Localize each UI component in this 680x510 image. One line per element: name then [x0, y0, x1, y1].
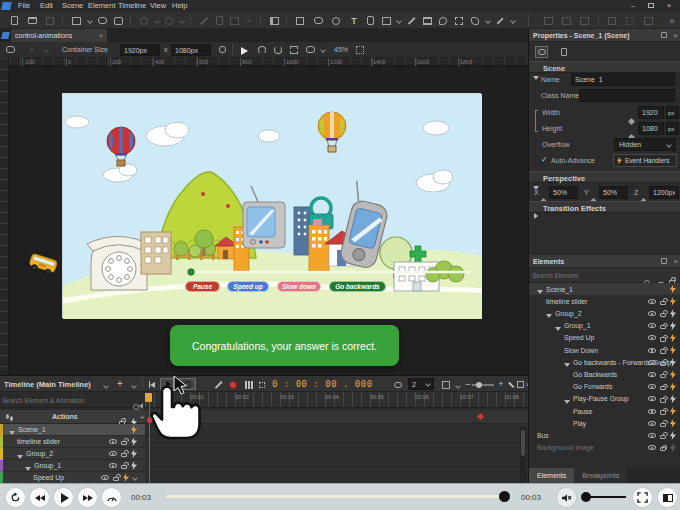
- undo-icon[interactable]: [138, 15, 150, 26]
- visibility-icon[interactable]: [648, 421, 656, 426]
- container-height-input[interactable]: [171, 44, 211, 56]
- visibility-icon[interactable]: [648, 445, 656, 450]
- event-flash-icon[interactable]: [670, 419, 676, 428]
- expand-keyframes-icon[interactable]: [243, 379, 255, 390]
- event-flash-icon[interactable]: [670, 333, 676, 342]
- auto-keyframe-icon[interactable]: [227, 379, 239, 390]
- menu-edit[interactable]: Edit: [40, 0, 53, 12]
- tree-item-group-2[interactable]: Group_2: [529, 307, 680, 319]
- side-panel-button[interactable]: [657, 487, 678, 508]
- tree-item-group-1[interactable]: Group_1: [529, 320, 680, 332]
- menu-scene[interactable]: Scene: [62, 0, 83, 12]
- export-icon[interactable]: [364, 15, 376, 26]
- track-expand-icon[interactable]: [132, 475, 138, 481]
- zoom-region-icon[interactable]: [304, 44, 316, 55]
- lock-icon[interactable]: [121, 465, 127, 470]
- lock-icon[interactable]: [121, 453, 127, 458]
- visibility-icon[interactable]: [101, 475, 109, 480]
- tree-item-background-image[interactable]: Background Image: [529, 442, 680, 454]
- width-input[interactable]: [638, 106, 664, 119]
- width-unit-select[interactable]: px: [666, 106, 679, 119]
- lock-icon[interactable]: [660, 435, 666, 440]
- toolbar-overflow-icon[interactable]: »: [666, 15, 678, 26]
- playback-progress-knob[interactable]: [499, 491, 510, 502]
- line-tool-icon[interactable]: [405, 15, 417, 26]
- scenes-panel-toggle-icon[interactable]: [4, 44, 16, 55]
- scene-properties-tab-icon[interactable]: [535, 46, 548, 58]
- event-flash-icon[interactable]: [670, 407, 676, 416]
- pane-layout-icon[interactable]: [268, 15, 280, 26]
- redo-dropdown-icon[interactable]: [176, 15, 188, 26]
- event-flash-icon[interactable]: [670, 370, 676, 379]
- tree-item-scene-1[interactable]: Scene_1: [529, 283, 680, 295]
- add-scene-dropdown-icon[interactable]: [40, 44, 52, 55]
- lock-icon[interactable]: [660, 349, 666, 354]
- volume-track[interactable]: [590, 496, 626, 498]
- perspective-y-input[interactable]: [599, 186, 628, 199]
- visibility-icon[interactable]: [648, 348, 656, 353]
- container-width-input[interactable]: [120, 44, 160, 56]
- open-folder-icon[interactable]: [26, 15, 38, 26]
- visibility-icon[interactable]: [109, 439, 117, 444]
- scene-section-header[interactable]: Scene: [529, 61, 680, 73]
- align-left-icon[interactable]: [542, 15, 554, 26]
- timeline-zoom-slider[interactable]: [472, 384, 494, 386]
- timeline-search-input[interactable]: [2, 394, 130, 406]
- fit-to-window-icon[interactable]: [354, 44, 366, 55]
- visibility-icon[interactable]: [648, 323, 656, 328]
- lock-icon[interactable]: [660, 301, 666, 306]
- lock-icon[interactable]: [660, 337, 666, 342]
- pin-elements-icon[interactable]: [661, 258, 667, 264]
- focus-playhead-icon[interactable]: +: [140, 413, 145, 422]
- event-flash-icon[interactable]: [670, 346, 676, 355]
- event-flash-icon[interactable]: [670, 297, 676, 306]
- play-button[interactable]: [53, 487, 74, 508]
- rectangle-shape-icon[interactable]: [294, 15, 306, 26]
- tree-item-slow-down[interactable]: Slow Down: [529, 344, 680, 356]
- canvas-button-pause[interactable]: Pause: [185, 281, 220, 292]
- tree-item-bus[interactable]: Bus: [529, 429, 680, 441]
- height-unit-select[interactable]: px: [666, 122, 679, 135]
- lock-icon[interactable]: [660, 325, 666, 330]
- bus-element[interactable]: [26, 249, 60, 279]
- undo-dropdown-icon[interactable]: [151, 15, 163, 26]
- image-icon[interactable]: [380, 15, 392, 26]
- close-button[interactable]: ×: [662, 0, 676, 11]
- canvas-button-speed-up[interactable]: Speed up: [227, 281, 269, 292]
- link-dimensions-icon[interactable]: [535, 110, 538, 132]
- visibility-icon[interactable]: [648, 299, 656, 304]
- visibility-icon[interactable]: [109, 463, 117, 468]
- lock-icon[interactable]: [121, 441, 127, 446]
- align-right-icon[interactable]: [578, 15, 590, 26]
- rotate-tool-icon[interactable]: [272, 44, 284, 55]
- timeline-ruler[interactable]: 00:0100:0200:0300:0400:0500:0600:0700:08: [145, 392, 528, 408]
- visibility-icon[interactable]: [109, 451, 117, 456]
- playback-progress-track[interactable]: [166, 495, 506, 498]
- pen-dropdown-icon[interactable]: [507, 15, 519, 26]
- visibility-icon[interactable]: [648, 384, 656, 389]
- event-flash-icon[interactable]: [670, 309, 676, 318]
- tree-item-play[interactable]: Play: [529, 417, 680, 429]
- event-flash-icon[interactable]: [670, 394, 676, 403]
- event-flash-icon[interactable]: [123, 473, 129, 482]
- pin-panel-icon[interactable]: [661, 32, 667, 38]
- add-scene-icon[interactable]: +: [26, 44, 38, 55]
- redo-icon[interactable]: [163, 15, 175, 26]
- event-flash-icon[interactable]: [131, 449, 137, 458]
- loop-playback-button[interactable]: [179, 378, 196, 390]
- scene-panel-icon[interactable]: [70, 15, 82, 26]
- event-flash-icon[interactable]: [131, 425, 137, 434]
- close-elements-icon[interactable]: ×: [673, 257, 678, 266]
- distribute-icon[interactable]: [642, 15, 654, 26]
- timeline-menu-icon[interactable]: [100, 380, 112, 391]
- add-animation-icon[interactable]: +: [114, 378, 126, 389]
- timeline-track-group-1[interactable]: Group_1: [0, 460, 145, 472]
- lock-icon[interactable]: [660, 313, 666, 318]
- perspective-x-input[interactable]: [549, 186, 578, 199]
- pen-tool-icon[interactable]: [494, 15, 506, 26]
- visibility-icon[interactable]: [648, 372, 656, 377]
- tab-elements[interactable]: Elements: [529, 468, 574, 483]
- transform-tool-icon[interactable]: [256, 44, 268, 55]
- save-icon[interactable]: [44, 15, 56, 26]
- canvas-button-go-backwards[interactable]: Go backwards: [329, 281, 386, 292]
